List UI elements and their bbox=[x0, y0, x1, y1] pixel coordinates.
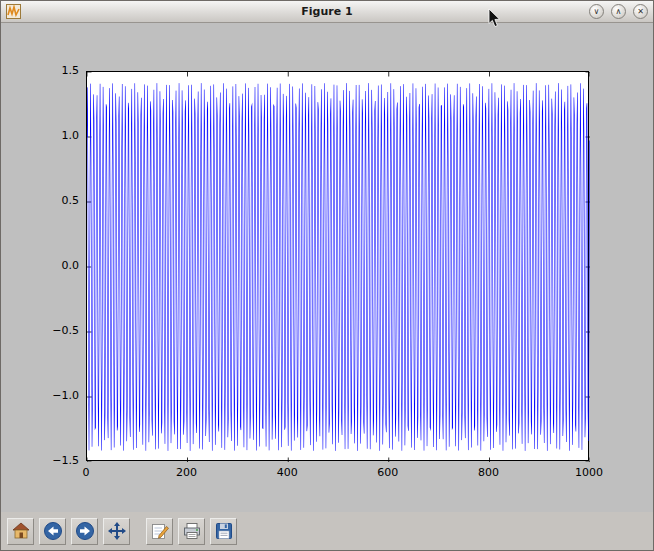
forward-button[interactable] bbox=[71, 518, 98, 545]
back-arrow-icon bbox=[43, 521, 63, 541]
close-button[interactable]: ✕ bbox=[633, 4, 648, 19]
matplotlib-window-icon bbox=[6, 4, 21, 19]
x-tick-label: 0 bbox=[64, 466, 108, 480]
save-button[interactable] bbox=[210, 518, 237, 545]
x-tick-label: 400 bbox=[265, 466, 309, 480]
x-tick-label: 200 bbox=[165, 466, 209, 480]
shade-button[interactable]: ∨ bbox=[589, 4, 604, 19]
window-controls: ∨ ∧ ✕ bbox=[589, 4, 648, 19]
plot-canvas[interactable] bbox=[87, 72, 590, 462]
pan-move-icon bbox=[107, 521, 127, 541]
forward-arrow-icon bbox=[75, 521, 95, 541]
pencil-paper-icon bbox=[150, 521, 170, 541]
print-button[interactable] bbox=[178, 518, 205, 545]
window-titlebar[interactable]: Figure 1 ∨ ∧ ✕ bbox=[1, 1, 653, 23]
pan-button[interactable] bbox=[103, 518, 130, 545]
back-button[interactable] bbox=[39, 518, 66, 545]
maximize-button[interactable]: ∧ bbox=[611, 4, 626, 19]
window-title: Figure 1 bbox=[1, 5, 653, 18]
y-tick-label: −1.0 bbox=[1, 389, 79, 403]
figure-window: Figure 1 ∨ ∧ ✕ −1.5−1.0−0.50.00.51.01.50… bbox=[0, 0, 654, 551]
x-tick-label: 600 bbox=[366, 466, 410, 480]
y-tick-label: 1.0 bbox=[1, 129, 79, 143]
home-button[interactable] bbox=[7, 518, 34, 545]
y-tick-label: 1.5 bbox=[1, 64, 79, 78]
y-tick-label: −1.5 bbox=[1, 454, 79, 468]
configure-subplots-button[interactable] bbox=[146, 518, 173, 545]
home-icon bbox=[11, 521, 31, 541]
y-tick-label: 0.5 bbox=[1, 194, 79, 208]
y-tick-label: 0.0 bbox=[1, 259, 79, 273]
floppy-save-icon bbox=[214, 521, 234, 541]
navigation-toolbar bbox=[1, 512, 653, 550]
x-tick-label: 800 bbox=[466, 466, 510, 480]
toolbar-separator bbox=[135, 531, 141, 532]
x-tick-label: 1000 bbox=[567, 466, 611, 480]
figure-canvas-area: −1.5−1.0−0.50.00.51.01.50200400600800100… bbox=[1, 23, 653, 512]
plot-axes bbox=[86, 71, 589, 461]
y-tick-label: −0.5 bbox=[1, 324, 79, 338]
printer-icon bbox=[182, 521, 202, 541]
